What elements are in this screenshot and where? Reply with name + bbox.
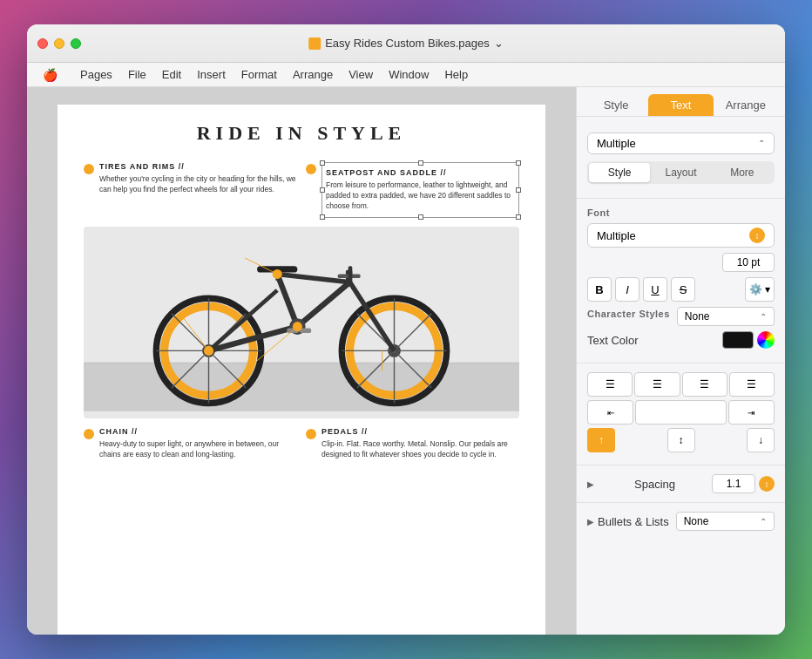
align-right-button[interactable]: ☰ — [682, 372, 727, 397]
collapse-arrow-icon: ▶ — [587, 479, 594, 489]
spacing-arrow: ↕ — [759, 476, 775, 492]
handle-bl — [320, 214, 325, 220]
apple-menu[interactable]: 🍎 — [36, 66, 64, 84]
multiple-label: Multiple — [597, 137, 636, 150]
tab-text[interactable]: Text — [648, 94, 713, 116]
increase-indent-button[interactable]: ⇥ — [728, 400, 775, 425]
tires-text: Whether you're cycling in the city or he… — [99, 174, 297, 195]
underline-button[interactable]: U — [643, 277, 667, 302]
seatpost-annotation[interactable]: SEATPOST AND SADDLE // From leisure to p… — [306, 162, 519, 218]
italic-button[interactable]: I — [615, 277, 639, 302]
tab-style[interactable]: Style — [584, 94, 648, 116]
font-style-row: B I U S ⚙️ ▾ — [587, 277, 775, 302]
menu-edit[interactable]: Edit — [155, 66, 188, 83]
decrease-indent-button[interactable]: ⇤ — [587, 400, 633, 425]
close-button[interactable] — [37, 38, 48, 49]
menu-bar: 🍎 Pages File Edit Insert Format Arrange … — [27, 63, 785, 87]
pedals-dot — [306, 429, 316, 439]
subtab-layout[interactable]: Layout — [650, 163, 711, 182]
bullets-label: Bullets & Lists — [598, 515, 669, 528]
handle-tl — [320, 160, 325, 166]
bottom-annotations: CHAIN // Heavy-duty to super light, or a… — [84, 427, 519, 460]
character-styles-row: Character Styles None ⌃ — [587, 307, 775, 326]
strikethrough-button[interactable]: S — [671, 277, 695, 302]
pedals-annotation: PEDALS // Clip-in. Flat. Race worthy. Me… — [306, 427, 519, 460]
page: RIDE IN STYLE TIRES AND RIMS // Whether … — [58, 105, 545, 635]
chain-title: CHAIN // — [99, 427, 297, 436]
svg-rect-28 — [348, 266, 353, 279]
document-area: RIDE IN STYLE TIRES AND RIMS // Whether … — [27, 87, 576, 635]
font-size-row — [587, 253, 775, 272]
panel-main-tabs: Style Text Arrange — [577, 87, 785, 117]
right-panel: Style Text Arrange Multiple ⌃ Sty — [576, 87, 785, 635]
menu-help[interactable]: Help — [437, 66, 475, 83]
tires-annotation: TIRES AND RIMS // Whether you're cycling… — [84, 162, 297, 218]
color-swatch[interactable] — [722, 331, 754, 349]
minimize-button[interactable] — [54, 38, 64, 49]
seatpost-title: SEATPOST AND SADDLE // — [326, 168, 515, 177]
spacer — [635, 400, 727, 425]
pedals-title: PEDALS // — [321, 427, 519, 436]
seatpost-block[interactable]: SEATPOST AND SADDLE // From leisure to p… — [321, 162, 519, 218]
char-styles-label: Character Styles — [587, 309, 670, 319]
char-styles-dropdown[interactable]: None ⌃ — [677, 307, 775, 326]
vert-center-button[interactable]: ↕ — [667, 428, 695, 452]
spacing-value-group: ↕ — [712, 474, 775, 493]
spacing-input[interactable] — [712, 474, 755, 493]
page-title: RIDE IN STYLE — [84, 122, 519, 145]
text-color-label: Text Color — [587, 334, 639, 347]
multiple-dropdown[interactable]: Multiple ⌃ — [587, 132, 775, 154]
alignment-section: ☰ ☰ ☰ ☰ ⇤ ⇥ ↑ ↕ ↓ — [577, 363, 785, 465]
color-swatch-group — [722, 331, 775, 349]
vert-top-button[interactable]: ↑ — [587, 428, 615, 452]
color-wheel[interactable] — [757, 331, 775, 349]
bullets-dropdown[interactable]: None ⌃ — [676, 512, 775, 531]
subtab-style[interactable]: Style — [589, 163, 650, 182]
spacing-section: ▶ Spacing ↕ — [577, 465, 785, 503]
handle-br — [516, 214, 521, 220]
align-center-button[interactable]: ☰ — [634, 372, 680, 397]
window-title: Easy Rides Custom Bikes.pages — [325, 37, 490, 50]
bullets-chevron-icon: ⌃ — [760, 517, 767, 527]
menu-window[interactable]: Window — [382, 66, 436, 83]
tires-title: TIRES AND RIMS // — [99, 162, 297, 171]
font-section: Font Multiple ↕ B I U S ⚙️ ▾ Characte — [577, 199, 785, 363]
title-bar-center: Easy Rides Custom Bikes.pages ⌄ — [308, 37, 504, 50]
menu-arrange[interactable]: Arrange — [286, 66, 340, 83]
bullets-row: ▶ Bullets & Lists None ⌃ — [587, 512, 775, 531]
bullets-arrow-icon: ▶ — [587, 517, 594, 527]
chain-dot — [84, 429, 94, 439]
bold-button[interactable]: B — [587, 277, 612, 302]
font-arrow: ↕ — [749, 228, 765, 243]
font-dropdown[interactable]: Multiple ↕ — [587, 223, 775, 248]
sub-tabs: Style Layout More — [587, 161, 775, 184]
title-bar: Easy Rides Custom Bikes.pages ⌄ — [27, 24, 785, 63]
handle-bm — [418, 214, 423, 220]
tab-arrange[interactable]: Arrange — [714, 94, 778, 116]
bullets-value: None — [684, 515, 709, 527]
subtab-more[interactable]: More — [712, 163, 773, 182]
multiple-section: Multiple ⌃ Style Layout More — [577, 117, 785, 199]
spacing-label: Spacing — [634, 478, 675, 491]
bullets-section: ▶ Bullets & Lists None ⌃ — [577, 503, 785, 540]
spacing-row[interactable]: ▶ Spacing ↕ — [587, 474, 775, 493]
menu-format[interactable]: Format — [234, 66, 284, 83]
handle-tr — [516, 160, 521, 166]
bike-image — [84, 227, 519, 418]
text-options-button[interactable]: ⚙️ ▾ — [745, 277, 775, 302]
tires-dot — [84, 164, 94, 174]
menu-insert[interactable]: Insert — [190, 66, 233, 83]
menu-pages[interactable]: Pages — [73, 66, 119, 83]
align-justify-button[interactable]: ☰ — [729, 372, 775, 397]
chain-text: Heavy-duty to super light, or anywhere i… — [99, 439, 297, 460]
seatpost-text: From leisure to performance, leather to … — [326, 180, 515, 212]
vert-bottom-button[interactable]: ↓ — [747, 428, 775, 452]
menu-view[interactable]: View — [342, 66, 380, 83]
font-size-input[interactable] — [722, 253, 775, 272]
char-chevron-icon: ⌃ — [760, 312, 767, 322]
menu-file[interactable]: File — [121, 66, 153, 83]
align-left-button[interactable]: ☰ — [587, 372, 633, 397]
maximize-button[interactable] — [71, 38, 81, 49]
chain-annotation: CHAIN // Heavy-duty to super light, or a… — [84, 427, 297, 460]
pedals-text: Clip-in. Flat. Race worthy. Metal. Nonsl… — [321, 439, 519, 460]
